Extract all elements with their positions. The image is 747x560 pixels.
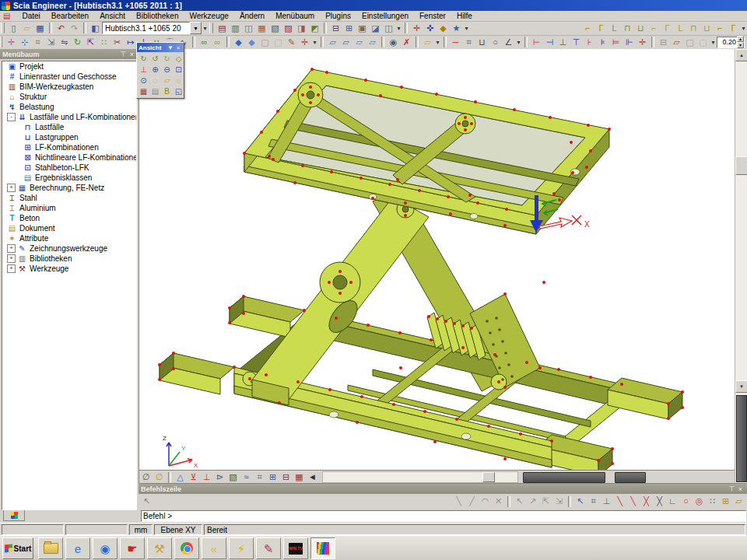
frame-joint-icon-12[interactable]: Γ <box>727 23 740 34</box>
member-hinge-icon-2[interactable]: ⊧ <box>596 37 609 48</box>
frame-joint-icon-10[interactable]: ⊔ <box>700 23 714 34</box>
member-end-icon-1[interactable]: ⊢ <box>530 37 543 48</box>
zoom-previous-icon[interactable]: ◌ <box>150 75 160 86</box>
move-node-icon[interactable]: ✛ <box>5 37 18 48</box>
menu-tree-tab[interactable] <box>3 510 25 521</box>
grid-snap-icon[interactable]: ⌗ <box>587 495 600 507</box>
tree-item[interactable]: ⌶Stahl <box>2 193 136 203</box>
snap-perpendicular-icon[interactable]: ∟ <box>666 495 679 507</box>
tree-item[interactable]: ▤Dokument <box>2 223 136 233</box>
save-view-icon[interactable]: ⊟ <box>657 37 670 48</box>
member-load-icon-2[interactable]: ⊩ <box>622 37 636 48</box>
render-mode-icon[interactable]: ▧ <box>226 471 240 483</box>
results-tool-icon[interactable]: ★ <box>450 23 463 34</box>
tree-item[interactable]: ⌶Aluminium <box>2 203 136 213</box>
angle-icon[interactable]: ∠ <box>502 37 515 48</box>
paperspace-icon[interactable]: ◨ <box>295 23 308 34</box>
menu-item[interactable]: Plugins <box>320 12 356 20</box>
menu-item[interactable]: Menübaum <box>270 12 320 20</box>
tree-item[interactable]: #Linienraster und Geschosse <box>2 72 136 82</box>
clipping-box-icon[interactable]: ▦ <box>139 86 149 96</box>
system-tools-icon[interactable]: ⚒ <box>147 537 172 559</box>
frame-joint-icon-1[interactable]: ⌐ <box>581 23 594 34</box>
cursor-mode-icon-4[interactable]: ⇲ <box>552 495 566 507</box>
toolbar-overflow-icon[interactable]: ▾ <box>202 25 209 32</box>
project-select[interactable]: Hubtisch3.1 +1065 20 <box>102 22 190 34</box>
load-display-icon[interactable]: ⊻ <box>187 471 200 483</box>
toolbar-grip[interactable] <box>209 23 213 33</box>
winamp-icon[interactable]: ⚡ <box>229 537 254 559</box>
toolbar-overflow-icon[interactable]: ▾ <box>434 39 441 46</box>
scroll-down-icon[interactable]: ▼ <box>735 380 747 393</box>
project-select-dropdown-icon[interactable]: ▼ <box>190 22 202 34</box>
menu-item[interactable]: Hilfe <box>451 12 478 20</box>
window-layout-icon[interactable]: ◧ <box>89 23 102 34</box>
spinner-arrows[interactable]: ▲▼ <box>737 36 744 48</box>
link-members-icon[interactable]: ∞ <box>198 37 211 48</box>
wintv-icon[interactable]: WIN TV <box>283 537 308 559</box>
xml-io-icon[interactable]: ◫ <box>242 23 255 34</box>
render-settings-icon-2[interactable]: ▢ <box>696 37 710 48</box>
perspective-view-icon[interactable]: ◱ <box>174 86 184 96</box>
toolbar-overflow-icon[interactable]: ▾ <box>710 39 717 46</box>
snap-center-icon[interactable]: ◎ <box>693 495 706 507</box>
pin-icon[interactable]: ⊤ <box>728 485 736 493</box>
undo-icon[interactable]: ↶ <box>54 23 68 34</box>
dark-vertical-scrollbar[interactable] <box>736 395 747 482</box>
mesh-setup-icon[interactable]: ✜ <box>423 23 437 34</box>
expand-icon[interactable]: + <box>7 254 16 263</box>
layer-folder-icon-3[interactable]: ▱ <box>352 37 366 48</box>
expand-icon[interactable]: + <box>7 264 16 273</box>
file-explorer-icon[interactable] <box>38 537 63 559</box>
menu-item[interactable]: Datei <box>16 12 45 20</box>
delete-icon[interactable]: ✗ <box>400 37 413 48</box>
frame-joint-icon-4[interactable]: ⊓ <box>621 23 634 34</box>
dark-scrollbar-right[interactable] <box>615 472 646 483</box>
stretch-icon[interactable]: ⇲ <box>44 37 58 48</box>
database-icon[interactable]: ▦ <box>255 23 268 34</box>
menu-item[interactable]: Ändern <box>234 12 270 20</box>
ansicht-header[interactable]: Ansicht ▼ × <box>137 43 184 52</box>
snap-cancel-icon[interactable]: ✕ <box>492 495 505 507</box>
calculation-icon[interactable]: ✛ <box>410 23 423 34</box>
layers-icon[interactable]: ▥ <box>229 23 242 34</box>
expand-icon[interactable]: + <box>7 244 16 253</box>
tree-item[interactable]: ⊞LF-Kombinationen <box>2 142 136 152</box>
tree-item[interactable]: -⇊Lastfälle und LF-Kombinationen <box>2 112 136 122</box>
snap-arc-icon[interactable]: ◠ <box>479 495 492 507</box>
tree-item[interactable]: ▥BIM-Werkzeugkasten <box>2 82 136 92</box>
layer-folder-icon-1[interactable]: ▱ <box>326 37 339 48</box>
snap-settings-icon[interactable]: ⊞ <box>719 495 732 507</box>
zoom-all-icon[interactable]: ⊙ <box>139 75 149 86</box>
member-support-icon-2[interactable]: ⊤ <box>570 37 583 48</box>
snap-plane-icon[interactable]: ▱ <box>732 495 745 507</box>
cursor-mode-icon-1[interactable]: ↖ <box>513 495 526 507</box>
rotate-view-z-icon[interactable]: ↻ <box>162 54 172 64</box>
menu-item[interactable]: Bibliotheken <box>131 12 184 20</box>
winzip-icon[interactable]: « <box>202 537 226 559</box>
rotate-icon[interactable]: ↻ <box>71 37 84 48</box>
menu-item[interactable]: Werkzeuge <box>184 12 233 20</box>
dark-scrollbar-left[interactable] <box>523 472 605 483</box>
activity-icon[interactable]: ◆ <box>232 37 245 48</box>
horizontal-scrollbar-thumb[interactable] <box>482 472 495 482</box>
clipboard-copy-icon[interactable]: ▢ <box>258 37 272 48</box>
snap-line2-icon[interactable]: ╱ <box>465 495 479 507</box>
redo-icon[interactable]: ↷ <box>68 23 81 34</box>
report-icon[interactable]: ◩ <box>308 23 321 34</box>
frame-joint-icon-5[interactable]: ⊔ <box>634 23 647 34</box>
scia-engineer-icon[interactable] <box>310 537 335 559</box>
chrome-icon[interactable] <box>174 537 199 559</box>
surface-display-icon[interactable]: ≈ <box>240 471 253 483</box>
zoom-window-icon[interactable]: ⊡ <box>174 65 184 75</box>
line-icon[interactable]: ─ <box>449 37 462 48</box>
tree-item[interactable]: ⌂Struktur <box>2 92 136 102</box>
axonometric-view-icon[interactable]: ◇ <box>174 54 184 64</box>
shading-toggle-icon[interactable]: ∅ <box>153 471 166 483</box>
tree-item[interactable]: TBeton <box>2 213 136 223</box>
perspective-toggle-icon[interactable]: ∅ <box>139 471 153 483</box>
tree-item[interactable]: ↯Belastung <box>2 102 136 112</box>
picture-gallery-icon[interactable]: ▨ <box>282 23 295 34</box>
cursor-mode-icon-3[interactable]: ⇱ <box>539 495 552 507</box>
start-button[interactable]: Start <box>2 537 33 559</box>
